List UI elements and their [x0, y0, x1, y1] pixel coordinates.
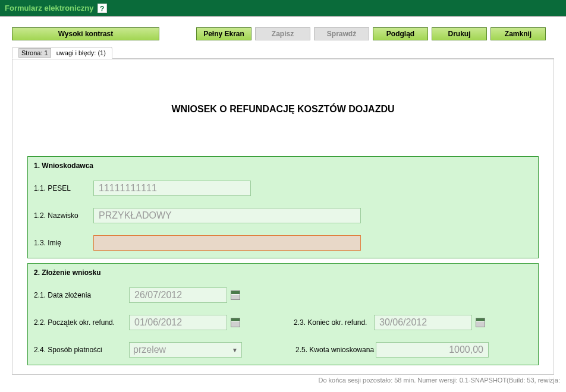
- tabs-bar: Strona: 1 uwagi i błędy: (1): [12, 46, 554, 59]
- data-zlozenia-input[interactable]: [129, 287, 227, 303]
- pesel-label: 1.1. PESEL: [34, 184, 93, 192]
- section-submission: 2. Złożenie wniosku 2.1. Data złożenia 2…: [27, 263, 539, 365]
- high-contrast-button[interactable]: Wysoki kontrast: [12, 27, 159, 40]
- data-zlozenia-label: 2.1. Data złożenia: [34, 291, 129, 299]
- nazwisko-label: 1.2. Nazwisko: [34, 211, 93, 220]
- section-1-title: 1. Wnioskodawca: [34, 162, 532, 170]
- poczatek-input[interactable]: [129, 315, 227, 330]
- check-button: Sprawdź: [314, 27, 369, 40]
- calendar-icon[interactable]: [231, 318, 240, 327]
- calendar-icon[interactable]: [231, 290, 240, 300]
- kwota-label: 2.5. Kwota wnioskowana: [295, 346, 376, 354]
- save-button: Zapisz: [255, 27, 310, 40]
- calendar-icon[interactable]: [476, 318, 485, 327]
- imie-label: 1.3. Imię: [34, 239, 93, 247]
- pesel-input[interactable]: [93, 181, 251, 196]
- nazwisko-input[interactable]: [93, 208, 361, 223]
- toolbar: Wysoki kontrast Pełny Ekran Zapisz Spraw…: [12, 27, 554, 40]
- koniec-label: 2.3. Koniec okr. refund.: [294, 318, 374, 327]
- tab-page-1[interactable]: Strona: 1 uwagi i błędy: (1): [12, 47, 112, 59]
- section-applicant: 1. Wnioskodawca 1.1. PESEL 1.2. Nazwisko…: [27, 156, 539, 258]
- form-title: WNIOSEK O REFUNDACJĘ KOSZTÓW DOJAZDU: [27, 104, 539, 115]
- koniec-input[interactable]: [374, 315, 472, 330]
- kwota-input[interactable]: [376, 342, 489, 358]
- page-badge: Strona: 1: [18, 48, 51, 58]
- chevron-down-icon: ▼: [232, 347, 238, 353]
- print-button[interactable]: Drukuj: [432, 27, 487, 40]
- form-scroll-area[interactable]: WNIOSEK O REFUNDACJĘ KOSZTÓW DOJAZDU 1. …: [12, 59, 554, 375]
- window-title: Formularz elektroniczny: [5, 4, 94, 12]
- help-icon[interactable]: ?: [98, 4, 107, 13]
- fullscreen-button[interactable]: Pełny Ekran: [196, 27, 251, 40]
- poczatek-label: 2.2. Początek okr. refund.: [34, 318, 129, 327]
- sposob-label: 2.4. Sposób płatności: [34, 346, 129, 354]
- tab-errors-label: uwagi i błędy: (1): [56, 49, 106, 56]
- sposob-select[interactable]: przelew ▼: [129, 342, 242, 358]
- section-2-title: 2. Złożenie wniosku: [34, 268, 532, 277]
- preview-button[interactable]: Podgląd: [373, 27, 428, 40]
- imie-input[interactable]: [93, 235, 361, 251]
- sposob-value: przelew: [133, 344, 166, 355]
- status-bar: Do końca sesji pozostało: 58 min. Numer …: [0, 375, 566, 384]
- window-header: Formularz elektroniczny ?: [0, 0, 566, 17]
- close-button[interactable]: Zamknij: [490, 27, 546, 40]
